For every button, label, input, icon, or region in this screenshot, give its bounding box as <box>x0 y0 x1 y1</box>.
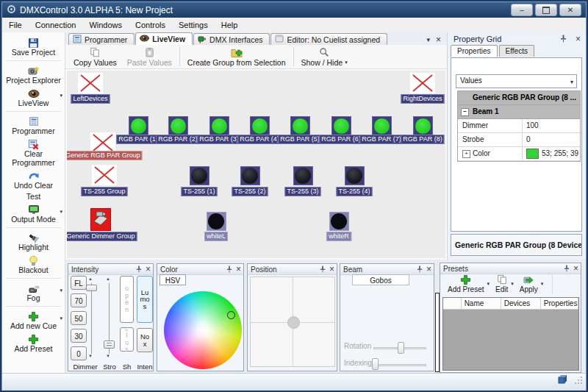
resize-grip[interactable] <box>573 374 583 388</box>
device-label-generic-rgb-par-group[interactable]: Generic RGB PAR Group <box>65 151 143 160</box>
hsv-tab[interactable]: HSV <box>159 274 186 285</box>
strobe-slider-up-icon[interactable]: ▲ <box>104 277 112 281</box>
device-label-ts-255-2[interactable]: TS-255 (2) <box>232 187 268 196</box>
copy-values-button[interactable]: Copy Values <box>68 46 122 68</box>
chevron-down-icon[interactable]: ▾ <box>60 93 62 99</box>
device-icon-ts-255-4[interactable] <box>345 166 365 185</box>
property-grid-tab-properties[interactable]: Properties <box>451 45 498 57</box>
tab-list-dropdown-icon[interactable]: ▾ <box>426 36 430 43</box>
pin-icon[interactable] <box>564 265 570 272</box>
tab-liveview[interactable]: LiveView <box>135 32 193 45</box>
edit-button[interactable]: Edit <box>492 274 511 293</box>
chevron-down-icon[interactable]: ▾ <box>541 281 544 287</box>
shutter-close-button[interactable]: c l o s <box>120 327 134 352</box>
apply-button[interactable]: Apply <box>517 274 541 293</box>
dock-splitter[interactable] <box>435 293 440 372</box>
rotation-slider-thumb[interactable] <box>398 342 404 354</box>
device-label-rgb-par-6[interactable]: RGB PAR (6) <box>319 135 362 144</box>
device-icon-generic-rgb-par-group[interactable] <box>90 132 115 153</box>
sidebar-item-save-project[interactable]: Save Project <box>2 35 65 58</box>
position-pad[interactable] <box>250 277 335 367</box>
pin-icon[interactable] <box>417 266 423 273</box>
device-label-rgb-par-3[interactable]: RGB PAR (3) <box>197 135 240 144</box>
sidebar-item-output-mode[interactable]: Output Mode▾ <box>2 202 65 225</box>
device-icon-whitel[interactable] <box>207 212 226 231</box>
network-status-icon[interactable] <box>558 374 567 387</box>
create-group-from-selection-button[interactable]: Create Group from Selection <box>182 46 291 68</box>
chevron-down-icon[interactable]: ▾ <box>60 316 62 321</box>
sidebar-item-undo-clear[interactable]: Undo Clear <box>2 168 65 191</box>
gobos-tab[interactable]: Gobos <box>352 274 409 285</box>
sidebar-item-programmer[interactable]: Programmer <box>2 114 65 137</box>
indexing-slider-thumb[interactable] <box>372 358 379 370</box>
chevron-down-icon[interactable]: ▾ <box>60 288 62 293</box>
collapse-icon[interactable]: − <box>461 108 469 116</box>
minimize-button[interactable]: – <box>511 4 533 16</box>
property-value[interactable]: 0 <box>523 133 580 146</box>
device-label-whiter[interactable]: whiteR <box>326 232 351 241</box>
pin-icon[interactable] <box>226 266 232 273</box>
lumos-button[interactable]: Lu mo s <box>137 276 153 323</box>
device-icon-leftdevices[interactable] <box>78 73 103 93</box>
expand-icon[interactable]: + <box>462 150 470 158</box>
close-panel-icon[interactable]: × <box>146 266 151 273</box>
sidebar-item-add-new-cue[interactable]: Add new Cue▾ <box>2 309 65 332</box>
indexing-slider-track[interactable] <box>370 364 426 366</box>
close-tab-icon[interactable]: × <box>436 35 441 45</box>
property-value[interactable]: 53; 255; 39 <box>523 147 580 160</box>
dimmer-slider-up-icon[interactable]: ▲ <box>87 277 94 281</box>
add-preset-button[interactable]: Add Preset <box>445 274 487 293</box>
device-label-rgb-par-8[interactable]: RGB PAR (8) <box>401 135 444 144</box>
device-label-ts-255-3[interactable]: TS-255 (3) <box>284 187 320 196</box>
property-value[interactable]: 100 <box>523 119 580 132</box>
dimmer-preset-0[interactable]: 0 <box>71 346 87 360</box>
tab-dmx-interfaces[interactable]: DMX Interfaces <box>193 33 270 45</box>
close-panel-icon[interactable]: × <box>573 265 578 272</box>
device-label-rgb-par-5[interactable]: RGB PAR (5) <box>278 135 321 144</box>
sidebar-item-fog[interactable]: Fog▾ <box>2 281 65 304</box>
device-label-whitel[interactable]: whiteL <box>204 232 228 241</box>
menu-help[interactable]: Help <box>215 19 245 31</box>
device-label-leftdevices[interactable]: LeftDevices <box>71 94 110 104</box>
strobe-slider-thumb[interactable] <box>104 341 115 349</box>
device-icon-rgb-par-8[interactable] <box>413 116 433 135</box>
tab-editor-no-cuelist-assigned[interactable]: Editor: No Cuelist assigned <box>270 33 387 45</box>
strobe-slider-down-icon[interactable]: ▼ <box>104 354 112 358</box>
tab-programmer[interactable]: Programmer <box>68 33 135 45</box>
device-label-rightdevices[interactable]: RightDevices <box>401 94 444 104</box>
device-icon-rgb-par-7[interactable] <box>372 116 392 135</box>
property-row-color[interactable]: +Color53; 255; 39 <box>458 147 580 161</box>
close-button[interactable]: ✕ <box>559 4 581 16</box>
nox-button[interactable]: No x <box>137 328 153 352</box>
sidebar-item-blackout[interactable]: Blackout <box>2 253 65 276</box>
position-handle[interactable] <box>287 316 300 329</box>
property-row-strobe[interactable]: Strobe0 <box>458 133 580 147</box>
device-icon-ts-255-2[interactable] <box>240 166 260 185</box>
presets-column-properties[interactable]: Properties <box>541 298 578 309</box>
show-hide-button[interactable]: Show / Hide▾ <box>296 46 353 68</box>
close-panel-icon[interactable]: × <box>329 266 334 273</box>
device-icon-generic-dimmer-group[interactable] <box>90 208 111 231</box>
pin-icon[interactable] <box>560 35 567 43</box>
dimmer-slider-thumb[interactable] <box>86 285 97 291</box>
chevron-down-icon[interactable]: ▾ <box>60 209 62 215</box>
paste-values-button[interactable]: Paste Values <box>122 46 177 68</box>
device-icon-ts-255-group[interactable] <box>92 165 117 185</box>
device-label-rgb-par-2[interactable]: RGB PAR (2) <box>156 135 199 144</box>
sidebar-item-test[interactable]: Test <box>2 191 65 202</box>
dimmer-slider-track[interactable] <box>91 283 92 354</box>
menu-file[interactable]: File <box>2 19 29 31</box>
device-icon-rgb-par-1[interactable] <box>129 116 148 135</box>
hsv-color-wheel[interactable] <box>164 291 242 369</box>
menu-controls[interactable]: Controls <box>129 19 172 31</box>
device-label-ts-255-1[interactable]: TS-255 (1) <box>181 187 217 196</box>
sidebar-item-liveview[interactable]: LiveView▾ <box>2 86 65 109</box>
device-icon-rgb-par-4[interactable] <box>250 116 270 135</box>
color-wheel-marker[interactable] <box>227 311 235 319</box>
liveview-canvas[interactable]: LeftDevicesRightDevicesRGB PAR (1)RGB PA… <box>65 69 447 260</box>
menu-windows[interactable]: Windows <box>82 19 129 31</box>
device-icon-rgb-par-2[interactable] <box>168 116 188 135</box>
sidebar-item-clear-programmer[interactable]: Clear Programmer <box>2 137 65 168</box>
device-label-rgb-par-4[interactable]: RGB PAR (4) <box>237 135 281 144</box>
grid-section-header[interactable]: −Beam 1 <box>458 105 580 119</box>
